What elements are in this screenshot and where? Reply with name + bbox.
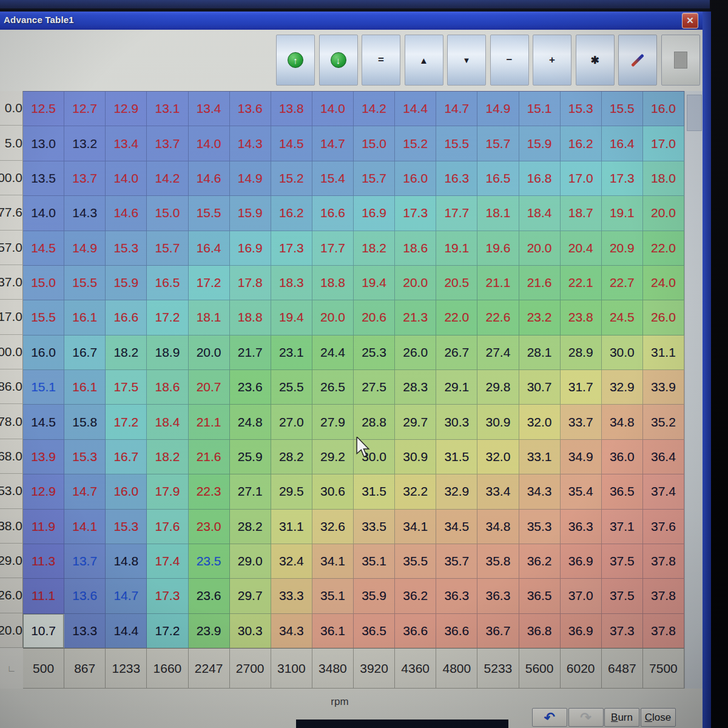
table-cell[interactable]: 17.3 — [395, 196, 436, 231]
table-cell[interactable]: 35.4 — [561, 474, 602, 509]
table-cell[interactable]: 30.0 — [602, 335, 643, 370]
table-cell[interactable]: 18.4 — [519, 196, 561, 231]
table-cell[interactable]: 19.1 — [602, 196, 643, 231]
table-cell[interactable]: 35.5 — [395, 544, 436, 579]
table-cell[interactable]: 36.1 — [312, 614, 354, 649]
table-cell[interactable]: 16.0 — [106, 474, 147, 509]
table-cell[interactable]: 16.9 — [354, 196, 395, 231]
table-cell[interactable]: 13.6 — [230, 92, 271, 126]
table-cell[interactable]: 21.1 — [477, 266, 519, 300]
table-cell[interactable]: 22.0 — [436, 300, 477, 335]
table-cell[interactable]: 20.9 — [602, 231, 643, 266]
table-cell[interactable]: 29.1 — [436, 370, 477, 405]
table-cell[interactable]: 36.6 — [395, 614, 436, 649]
table-cell[interactable]: 22.0 — [643, 231, 684, 266]
table-cell[interactable]: 14.0 — [23, 196, 64, 231]
table-cell[interactable]: 29.7 — [395, 405, 436, 439]
table-cell[interactable]: 35.9 — [354, 579, 395, 613]
table-cell[interactable]: 27.4 — [477, 335, 519, 370]
table-cell[interactable]: 15.5 — [64, 266, 106, 300]
table-cell[interactable]: 12.5 — [23, 92, 64, 126]
table-cell[interactable]: 18.3 — [271, 266, 312, 300]
table-cell[interactable]: 17.6 — [147, 510, 188, 544]
table-cell[interactable]: 16.1 — [64, 370, 106, 405]
table-cell[interactable]: 15.9 — [519, 126, 561, 161]
table-cell[interactable]: 15.2 — [395, 126, 436, 161]
plus-button[interactable]: + — [533, 35, 571, 86]
table-cell[interactable]: 21.7 — [230, 335, 271, 370]
table-cell[interactable]: 35.7 — [436, 544, 477, 579]
table-cell[interactable]: 12.9 — [106, 92, 147, 126]
table-cell[interactable]: 27.0 — [271, 405, 312, 439]
table-cell[interactable]: 23.6 — [189, 579, 230, 613]
table-cell[interactable]: 15.0 — [354, 126, 395, 161]
table-cell[interactable]: 20.0 — [643, 196, 684, 231]
table-cell[interactable]: 14.7 — [106, 579, 147, 613]
table-cell[interactable]: 34.8 — [477, 510, 519, 544]
table-cell[interactable]: 15.9 — [106, 266, 147, 300]
table-cell[interactable]: 16.4 — [602, 126, 643, 161]
redo-button[interactable]: ↷ — [568, 708, 604, 727]
table-cell[interactable]: 18.7 — [561, 196, 602, 231]
table-cell[interactable]: 22.7 — [602, 266, 643, 300]
table-cell[interactable]: 18.2 — [354, 231, 395, 266]
table-cell[interactable]: 35.2 — [643, 405, 684, 439]
table-cell[interactable]: 22.3 — [189, 474, 230, 509]
table-cell[interactable]: 23.0 — [189, 510, 230, 544]
table-cell[interactable]: 31.1 — [643, 335, 684, 370]
table-cell[interactable]: 23.8 — [561, 300, 602, 335]
table-cell[interactable]: 36.5 — [519, 579, 561, 613]
table-cell[interactable]: 16.8 — [519, 161, 561, 196]
table-cell[interactable]: 17.4 — [147, 544, 188, 579]
table-cell[interactable]: 28.1 — [519, 335, 561, 370]
table-cell[interactable]: 13.0 — [23, 126, 64, 161]
table-cell[interactable]: 13.6 — [64, 579, 106, 613]
table-cell[interactable]: 30.9 — [477, 405, 519, 439]
table-cell[interactable]: 14.5 — [271, 126, 312, 161]
decrement-button[interactable]: ▼ — [447, 35, 486, 86]
table-cell[interactable]: 15.7 — [477, 126, 519, 161]
table-cell[interactable]: 15.3 — [561, 92, 602, 126]
table-cell[interactable]: 36.6 — [436, 614, 477, 649]
table-cell[interactable]: 15.3 — [64, 440, 106, 474]
table-cell[interactable]: 28.9 — [561, 335, 602, 370]
table-cell[interactable]: 24.8 — [230, 405, 271, 439]
table-cell[interactable]: 20.0 — [312, 300, 354, 335]
table-cell[interactable]: 22.6 — [477, 300, 519, 335]
table-cell[interactable]: 14.4 — [106, 614, 147, 649]
table-cell[interactable]: 36.2 — [395, 579, 436, 613]
table-cell[interactable]: 37.8 — [643, 544, 684, 579]
table-cell[interactable]: 17.8 — [230, 266, 271, 300]
table-cell[interactable]: 32.6 — [312, 510, 354, 544]
table-cell[interactable]: 10.7 — [23, 614, 64, 649]
table-cell[interactable]: 35.8 — [477, 544, 519, 579]
table-cell[interactable]: 36.2 — [519, 544, 561, 579]
table-cell[interactable]: 17.5 — [106, 370, 147, 405]
table-cell[interactable]: 31.5 — [354, 474, 395, 509]
table-cell[interactable]: 14.2 — [354, 92, 395, 126]
table-cell[interactable]: 15.0 — [23, 266, 64, 300]
table-cell[interactable]: 36.3 — [561, 510, 602, 544]
table-cell[interactable]: 30.3 — [230, 614, 271, 649]
table-cell[interactable]: 36.5 — [602, 474, 643, 509]
increment-button[interactable]: ▲ — [405, 35, 443, 86]
table-cell[interactable]: 20.0 — [519, 231, 561, 266]
table-cell[interactable]: 26.7 — [436, 335, 477, 370]
table-cell[interactable]: 14.3 — [64, 196, 106, 231]
table-cell[interactable]: 33.5 — [354, 510, 395, 544]
table-cell[interactable]: 20.4 — [561, 231, 602, 266]
table-cell[interactable]: 16.5 — [477, 161, 519, 196]
table-cell[interactable]: 15.5 — [436, 126, 477, 161]
table-cell[interactable]: 14.1 — [64, 510, 106, 544]
table-cell[interactable]: 14.6 — [189, 161, 230, 196]
table-cell[interactable]: 14.7 — [312, 126, 354, 161]
table-cell[interactable]: 16.0 — [395, 161, 436, 196]
table-cell[interactable]: 13.3 — [64, 614, 106, 649]
table-cell[interactable]: 17.3 — [147, 579, 188, 613]
table-cell[interactable]: 34.1 — [395, 510, 436, 544]
table-cell[interactable]: 14.7 — [64, 474, 106, 509]
table-cell[interactable]: 30.6 — [312, 474, 354, 509]
table-cell[interactable]: 14.9 — [64, 231, 106, 266]
table-cell[interactable]: 16.7 — [106, 440, 147, 474]
table-cell[interactable]: 36.4 — [643, 440, 684, 474]
